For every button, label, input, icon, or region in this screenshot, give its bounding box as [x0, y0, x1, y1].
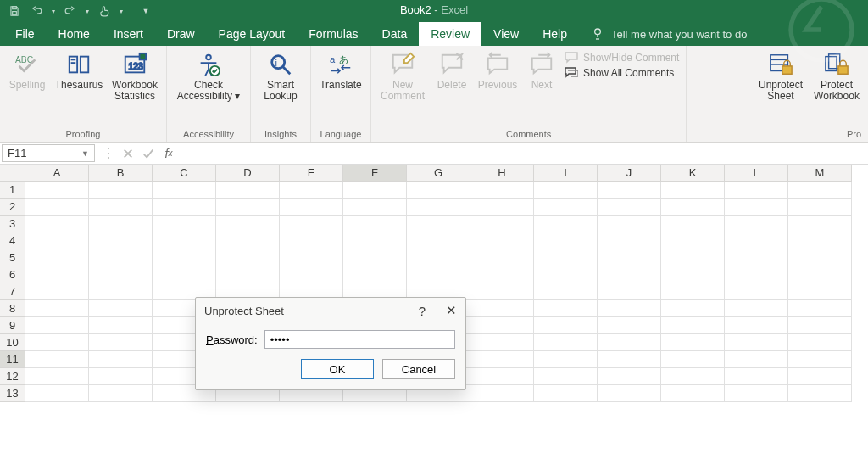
cell[interactable] — [89, 182, 153, 199]
row-header[interactable]: 7 — [0, 283, 25, 300]
ok-button[interactable]: OK — [301, 359, 374, 379]
cell[interactable] — [788, 300, 852, 317]
col-header[interactable]: M — [788, 165, 852, 182]
cell[interactable] — [470, 351, 534, 368]
tab-home[interactable]: Home — [47, 22, 102, 46]
cell[interactable] — [216, 182, 280, 199]
cell[interactable] — [343, 216, 407, 232]
cell[interactable] — [89, 249, 153, 266]
cell[interactable] — [788, 317, 852, 334]
cell[interactable] — [534, 266, 598, 283]
cell[interactable] — [534, 385, 598, 402]
cell[interactable] — [534, 300, 598, 317]
cell[interactable] — [725, 266, 788, 283]
tab-page-layout[interactable]: Page Layout — [207, 22, 298, 46]
cell[interactable] — [598, 283, 661, 300]
select-all-corner[interactable] — [0, 165, 25, 182]
cell[interactable] — [598, 351, 661, 368]
cell[interactable] — [598, 385, 661, 402]
col-header[interactable]: C — [153, 165, 216, 182]
cell[interactable] — [788, 368, 852, 385]
unprotect-sheet-button[interactable]: Unprotect Sheet — [753, 49, 809, 127]
tab-file[interactable]: File — [3, 22, 47, 46]
cell[interactable] — [407, 266, 470, 283]
spelling-button[interactable]: ABC Spelling — [3, 49, 51, 127]
cell[interactable] — [598, 368, 661, 385]
name-box-dropdown-icon[interactable]: ▼ — [81, 149, 89, 158]
cell[interactable] — [25, 317, 89, 334]
cell[interactable] — [661, 351, 725, 368]
cell[interactable] — [89, 266, 153, 283]
undo-icon[interactable] — [27, 2, 46, 20]
cell[interactable] — [661, 232, 725, 249]
row-header[interactable]: 10 — [0, 334, 25, 351]
tell-me-search[interactable]: Tell me what you want to do — [579, 22, 759, 46]
cell[interactable] — [661, 283, 725, 300]
cell[interactable] — [470, 266, 534, 283]
cell[interactable] — [470, 334, 534, 351]
cell[interactable] — [788, 351, 852, 368]
cancel-formula-icon[interactable] — [120, 146, 136, 161]
delete-comment-button[interactable]: Delete — [431, 49, 473, 127]
cell[interactable] — [598, 199, 661, 216]
col-header[interactable]: I — [534, 165, 598, 182]
cell[interactable] — [470, 216, 534, 232]
cell[interactable] — [788, 334, 852, 351]
cell[interactable] — [661, 182, 725, 199]
cell[interactable] — [725, 249, 788, 266]
col-header[interactable]: J — [598, 165, 661, 182]
cell[interactable] — [725, 368, 788, 385]
cell[interactable] — [725, 385, 788, 402]
row-header[interactable]: 12 — [0, 368, 25, 385]
col-header[interactable]: K — [661, 165, 725, 182]
cell[interactable] — [25, 249, 89, 266]
cell[interactable] — [534, 199, 598, 216]
cell[interactable] — [280, 199, 343, 216]
touch-dropdown-icon[interactable]: ▾ — [117, 2, 125, 20]
cell[interactable] — [725, 216, 788, 232]
cell[interactable] — [470, 182, 534, 199]
cell[interactable] — [598, 266, 661, 283]
cell[interactable] — [407, 199, 470, 216]
cell[interactable] — [280, 182, 343, 199]
protect-workbook-button[interactable]: Protect Workbook — [809, 49, 865, 127]
cell[interactable] — [725, 182, 788, 199]
row-header[interactable]: 13 — [0, 385, 25, 402]
redo-dropdown-icon[interactable]: ▾ — [83, 2, 92, 20]
cell[interactable] — [25, 266, 89, 283]
cell[interactable] — [725, 351, 788, 368]
cell[interactable] — [725, 300, 788, 317]
dialog-titlebar[interactable]: Unprotect Sheet ? ✕ — [196, 298, 465, 323]
cell[interactable] — [470, 300, 534, 317]
new-comment-button[interactable]: New Comment — [375, 49, 431, 127]
cell[interactable] — [661, 300, 725, 317]
enter-formula-icon[interactable] — [141, 146, 156, 161]
cell[interactable] — [89, 317, 153, 334]
cell[interactable] — [534, 182, 598, 199]
tab-data[interactable]: Data — [370, 22, 420, 46]
cell[interactable] — [407, 249, 470, 266]
cell[interactable] — [343, 266, 407, 283]
tab-view[interactable]: View — [481, 22, 531, 46]
cell[interactable] — [216, 199, 280, 216]
cell[interactable] — [788, 216, 852, 232]
check-accessibility-button[interactable]: Check Accessibility ▾ — [170, 49, 247, 127]
cell[interactable] — [470, 249, 534, 266]
formula-input[interactable] — [181, 143, 868, 164]
thesaurus-button[interactable]: Thesaurus — [51, 49, 107, 127]
password-field[interactable] — [264, 330, 455, 349]
cell[interactable] — [788, 249, 852, 266]
col-header[interactable]: E — [280, 165, 343, 182]
cell[interactable] — [661, 334, 725, 351]
cell[interactable] — [661, 368, 725, 385]
previous-comment-button[interactable]: Previous — [473, 49, 522, 127]
row-header[interactable]: 11 — [0, 351, 25, 368]
cell[interactable] — [89, 216, 153, 232]
cell[interactable] — [407, 182, 470, 199]
cell[interactable] — [598, 334, 661, 351]
cell[interactable] — [725, 317, 788, 334]
cell[interactable] — [153, 232, 216, 249]
cell[interactable] — [725, 232, 788, 249]
tab-insert[interactable]: Insert — [102, 22, 155, 46]
customize-qat-icon[interactable]: ▼ — [136, 2, 155, 20]
